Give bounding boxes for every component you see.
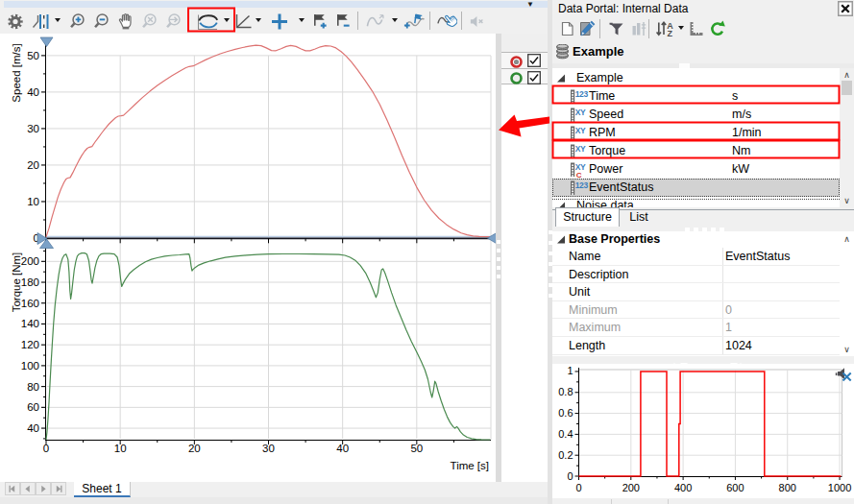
base-properties-header[interactable]: Base Properties bbox=[552, 231, 854, 248]
property-value: EventStatus bbox=[725, 250, 790, 263]
toolbar-separator bbox=[599, 19, 600, 38]
portal-bottom-strip bbox=[552, 498, 854, 504]
pan-hand-button[interactable] bbox=[115, 9, 134, 33]
previous-sheet-button[interactable] bbox=[20, 482, 36, 495]
svg-text:0: 0 bbox=[567, 470, 573, 482]
data-store-root[interactable]: Example bbox=[552, 42, 854, 61]
svg-text:1: 1 bbox=[567, 365, 573, 376]
channel-unit: m/s bbox=[732, 108, 751, 121]
zoom-off-button[interactable] bbox=[140, 9, 160, 33]
next-sheet-button[interactable] bbox=[36, 482, 51, 495]
splitter-grip-dot bbox=[549, 241, 552, 245]
sort-az-button[interactable]: AZ bbox=[653, 16, 676, 40]
splitter-grip-dot bbox=[720, 228, 724, 231]
property-row-unit[interactable]: Unit bbox=[552, 283, 840, 301]
tree-group-example[interactable]: Example bbox=[552, 69, 840, 87]
new-file-button[interactable] bbox=[559, 16, 576, 40]
edit-file-button[interactable] bbox=[577, 16, 597, 40]
refresh-button[interactable] bbox=[707, 16, 725, 40]
stacked-charts[interactable]: 0102030405040608010012014016018020001020… bbox=[0, 34, 496, 482]
new-file-icon bbox=[559, 18, 576, 39]
band-cursor-right-handle-icon[interactable] bbox=[488, 233, 497, 244]
property-row-maximum[interactable]: Maximum1 bbox=[552, 319, 840, 337]
tree-channel-power[interactable]: XYCPowerkW bbox=[552, 160, 840, 179]
dropdown-arrow-icon[interactable] bbox=[256, 18, 261, 22]
svg-text:800: 800 bbox=[779, 482, 796, 493]
flag-set-button[interactable] bbox=[311, 9, 329, 33]
sound-mute-button[interactable] bbox=[468, 9, 485, 33]
last-sheet-button[interactable] bbox=[51, 482, 66, 495]
channel-tree: Example123TimesXYSpeedm/sXYRPM1/minXYTor… bbox=[552, 68, 840, 207]
tree-channel-rpm[interactable]: XYRPM1/min bbox=[552, 124, 840, 142]
flag-curve-button[interactable] bbox=[403, 9, 426, 33]
dropdown-arrow-icon[interactable] bbox=[392, 18, 398, 22]
chart-panel: 0102030405040608010012014016018020001020… bbox=[0, 34, 496, 482]
close-icon[interactable] bbox=[838, 1, 853, 16]
tree-channel-speed[interactable]: XYSpeedm/s bbox=[552, 106, 840, 124]
property-row-name[interactable]: NameEventStatus bbox=[552, 248, 840, 266]
statusbar-separator bbox=[611, 499, 612, 504]
property-key: Name bbox=[569, 250, 600, 263]
scrollbar-thumb[interactable] bbox=[842, 81, 852, 95]
crosshair-button[interactable] bbox=[270, 9, 289, 33]
property-row-description[interactable]: Description bbox=[552, 266, 840, 284]
tree-channel-eventstatus[interactable]: 123EventStatus bbox=[552, 179, 840, 197]
crosshair-icon bbox=[270, 11, 289, 32]
data-store-label: Example bbox=[573, 44, 623, 59]
sheet-tab[interactable]: Sheet 1 bbox=[74, 482, 131, 497]
dropdown-arrow-icon[interactable] bbox=[678, 26, 684, 30]
legend-checkbox[interactable] bbox=[527, 71, 541, 84]
edit-file-icon bbox=[577, 18, 597, 39]
zoom-prev-button[interactable] bbox=[164, 9, 184, 33]
flag-clear-button[interactable] bbox=[334, 9, 352, 33]
tab-structure[interactable]: Structure bbox=[555, 207, 620, 227]
tree-vertical-scrollbar[interactable]: ∧ ∨ bbox=[840, 68, 854, 207]
dropdown-arrow-icon[interactable] bbox=[299, 18, 305, 22]
svg-text:0.4: 0.4 bbox=[558, 428, 573, 440]
property-row-length[interactable]: Length1024 bbox=[552, 337, 840, 355]
legend-checkbox[interactable] bbox=[527, 54, 541, 67]
property-value: 0 bbox=[725, 303, 732, 317]
expanded-triangle-icon[interactable] bbox=[557, 74, 566, 83]
axis-ruler-button[interactable] bbox=[687, 16, 704, 40]
axis-system-button[interactable] bbox=[232, 9, 253, 33]
last-sheet-icon bbox=[52, 482, 65, 495]
first-sheet-button[interactable] bbox=[5, 482, 20, 495]
svg-text:0.2: 0.2 bbox=[558, 449, 573, 461]
statusbar-separator bbox=[668, 499, 669, 504]
gear-button[interactable] bbox=[6, 9, 25, 33]
filter-button[interactable] bbox=[607, 16, 625, 40]
band-cursor-button[interactable] bbox=[196, 9, 219, 33]
curve-transform-button[interactable] bbox=[365, 9, 386, 33]
splitter-grip-dot bbox=[549, 252, 552, 255]
cursor-config-button[interactable] bbox=[31, 9, 52, 33]
splitter-grip-dot bbox=[694, 228, 698, 231]
curve-select-button[interactable] bbox=[436, 9, 457, 33]
sort-az-icon: AZ bbox=[653, 18, 676, 39]
svg-text:0: 0 bbox=[43, 443, 49, 454]
property-row-minimum[interactable]: Minimum0 bbox=[552, 301, 840, 320]
svg-text:40: 40 bbox=[27, 422, 39, 434]
channel-config-button[interactable] bbox=[629, 16, 648, 40]
first-sheet-icon bbox=[6, 482, 19, 495]
tree-channel-time[interactable]: 123Times bbox=[552, 87, 840, 106]
tree-channel-torque[interactable]: XYTorqueNm bbox=[552, 142, 840, 160]
zoom-in-button[interactable] bbox=[68, 9, 87, 33]
svg-text:Torque [Nm]: Torque [Nm] bbox=[11, 252, 22, 313]
svg-text:10: 10 bbox=[27, 196, 39, 207]
band-cursor-top-handle-icon[interactable] bbox=[40, 37, 53, 47]
tab-list[interactable]: List bbox=[622, 207, 656, 227]
preview-splitter[interactable] bbox=[552, 356, 854, 364]
preview-chart[interactable]: 0200400600800100000.20.40.60.81 bbox=[552, 364, 854, 498]
data-portal-title: Data Portal: Internal Data bbox=[558, 2, 688, 15]
dropdown-arrow-icon[interactable] bbox=[55, 18, 61, 22]
channel-config-icon bbox=[629, 18, 648, 39]
props-scroll-down-icon[interactable]: ∨ bbox=[840, 343, 854, 356]
zoom-out-button[interactable] bbox=[92, 9, 111, 33]
data-portal-panel: Data Portal: Internal Data AZ Example Ex… bbox=[552, 0, 854, 504]
scroll-down-icon[interactable]: ∨ bbox=[840, 194, 854, 207]
channel-name: Time bbox=[589, 89, 615, 103]
props-scroll-up-icon[interactable]: ∧ bbox=[840, 232, 854, 246]
scroll-up-icon[interactable]: ∧ bbox=[840, 68, 854, 82]
dropdown-arrow-icon[interactable] bbox=[224, 18, 230, 22]
